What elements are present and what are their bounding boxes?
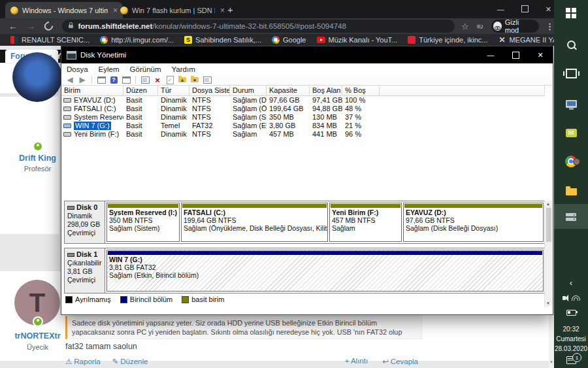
delete-icon[interactable]: × <box>153 76 162 84</box>
taskbar-app-mail[interactable]: ✉ <box>554 124 588 141</box>
back-icon[interactable]: ◀ <box>65 76 74 84</box>
task-view-icon <box>566 69 577 78</box>
post-actions: ⚠Raporla ✎Düzenle + Alıntı ↩Cevapla <box>65 357 418 366</box>
table-row-volume[interactable]: FATSALI (C:) <box>61 105 123 113</box>
avatar-letter: T <box>29 288 45 318</box>
window-titlebar[interactable]: Disk Yönetimi — ✕ <box>61 46 553 63</box>
cell-pct-free: 21 % <box>342 122 380 130</box>
partition-fatsali-c[interactable]: FATSALI (C:) 199,64 GB NTFS Sağlam (Önyü… <box>181 203 328 242</box>
address-bar[interactable]: forum.shiftdelete.net/konular/windows-7-… <box>62 20 454 33</box>
table-row-volume[interactable]: EYAVUZ (D:) <box>61 96 123 105</box>
help-icon[interactable]: ? <box>109 76 118 84</box>
action-icon[interactable] <box>140 76 150 84</box>
cell-status: Sağlam (D... <box>230 96 267 105</box>
disk-kind: Çıkarılabilir <box>67 259 102 267</box>
menu-gorunum[interactable]: Görünüm <box>125 65 167 73</box>
disk-0-info[interactable]: Disk 0 Dinamik 298,09 GB Çevrimiçi <box>65 201 105 243</box>
scroll-down-icon[interactable]: ▼ <box>546 301 550 305</box>
column-header[interactable]: Dosya Sistemi <box>189 86 230 96</box>
forward-button[interactable]: → <box>26 21 35 31</box>
partition-eyavuz-d[interactable]: EYAVUZ (D:) 97,66 GB NTFS Sağlam (Disk B… <box>403 203 544 242</box>
bookmark-item[interactable]: http://i.imgur.com/... <box>100 36 174 44</box>
tray-battery[interactable] <box>554 307 588 318</box>
username-link[interactable]: trNORTEXtr <box>0 331 75 341</box>
menu-yardim[interactable]: Yardım <box>167 65 201 73</box>
search-icon <box>567 41 576 49</box>
scroll-thumb[interactable] <box>546 208 551 242</box>
notification-center-button[interactable] <box>554 355 588 365</box>
table-row-volume-selected[interactable]: WIN 7 (G:) <box>61 122 123 130</box>
reply-link[interactable]: ↩Cevapla <box>382 357 418 366</box>
forward-icon[interactable]: ▶ <box>78 76 87 84</box>
reload-button[interactable] <box>42 20 55 32</box>
screen: Windows - Windows 7 ultimate 3 × Win 7 f… <box>0 0 588 368</box>
edit-link[interactable]: ✎Düzenle <box>112 357 148 366</box>
column-header[interactable]: Durum <box>230 86 267 96</box>
column-header[interactable]: % Boş <box>342 86 380 96</box>
scroll-down-icon[interactable]: ▼ <box>549 360 553 364</box>
monitor-icon <box>566 100 577 108</box>
browser-tab-2[interactable]: Win 7 flash kurlum | SDN Forum × <box>115 2 230 18</box>
menu-eylem[interactable]: Eylem <box>93 65 125 73</box>
cell-pct-free: 96 % <box>342 130 380 139</box>
partition-system-reserved[interactable]: System Reserved (I:) 350 MB NTFS Sağlam … <box>106 203 180 242</box>
partition-win7-g-selected[interactable]: WIN 7 (G:) 3,81 GB FAT32 Sağlam (Etkin, … <box>106 250 544 292</box>
reading-list-icon[interactable]: ≡♪ <box>477 22 483 30</box>
table-row-volume[interactable]: Yeni Birim (F:) <box>61 130 123 139</box>
minimize-button[interactable]: — <box>478 46 503 63</box>
bookmark-item[interactable]: SSahibinden Satılık,... <box>184 36 261 44</box>
console-window-icon[interactable] <box>122 76 131 84</box>
menu-dosya[interactable]: Dosya <box>61 65 93 73</box>
taskbar-app-disk-management[interactable] <box>554 209 588 225</box>
console-window-icon[interactable] <box>97 76 106 84</box>
folder-search-icon[interactable]: ● <box>190 76 199 84</box>
post-body-text: fat32 tamam saolun <box>65 342 137 351</box>
table-row-volume[interactable]: System Reserved (I:) <box>61 113 123 122</box>
start-button[interactable] <box>554 5 588 21</box>
folder-up-icon[interactable]: ▲ <box>178 76 187 84</box>
properties-icon[interactable] <box>203 76 212 84</box>
clock-day[interactable]: Cumartesi <box>554 334 588 344</box>
new-tab-button[interactable]: + <box>227 4 233 16</box>
tray-volume-wifi[interactable] <box>554 293 588 303</box>
column-header[interactable]: Kapasite <box>267 86 310 96</box>
disk-pane-scrollbar[interactable]: ▲ ▼ <box>544 201 552 307</box>
check-document-icon[interactable]: ✓ <box>165 76 174 84</box>
scroll-up-icon[interactable]: ▲ <box>546 202 550 206</box>
avatar[interactable] <box>12 52 62 102</box>
task-view-button[interactable] <box>554 65 588 81</box>
minimize-button[interactable]: — <box>497 5 504 13</box>
cell-status: Sağlam <box>230 130 267 139</box>
clock-date[interactable]: 28.03.2020 <box>554 344 588 354</box>
partition-yeni-birim-f[interactable]: Yeni Birim (F:) 457 MB NTFS Sağlam <box>329 203 402 242</box>
column-header[interactable]: Düzen <box>123 86 158 96</box>
search-button[interactable] <box>554 37 588 52</box>
browser-menu-icon[interactable]: ⋮ <box>546 22 554 31</box>
taskbar-app-chrome[interactable] <box>554 153 588 170</box>
bookmark-item[interactable]: RENAULT SCENIC... <box>10 36 90 44</box>
close-button[interactable]: ✕ <box>528 46 553 63</box>
clock-time[interactable]: 20:32 <box>554 324 588 334</box>
maximize-button[interactable] <box>503 46 528 63</box>
tab-title: Win 7 flash kurlum | SDN Forum <box>132 7 215 14</box>
bookmark-star-icon[interactable]: ☆ <box>461 22 469 31</box>
report-link[interactable]: ⚠Raporla <box>65 357 101 366</box>
back-button[interactable]: ← <box>8 21 18 31</box>
bookmark-item[interactable]: Google <box>272 36 306 44</box>
taskbar-app-pc[interactable] <box>554 95 588 112</box>
quote-link[interactable]: + Alıntı <box>345 357 368 366</box>
bookmark-item[interactable]: Müzik Kanalı - YouT... <box>317 36 398 44</box>
close-button[interactable]: ✕ <box>546 5 551 14</box>
chevron-left-icon: ‹ <box>570 278 572 288</box>
show-hidden-icons[interactable]: ‹ <box>554 277 588 288</box>
tab-close-icon[interactable]: × <box>220 6 225 15</box>
disk-1-info[interactable]: Disk 1 Çıkarılabilir 3,81 GB Çevrimiçi <box>65 248 105 293</box>
column-header[interactable]: Birim <box>61 86 123 96</box>
column-header[interactable]: Boş Alan <box>310 86 342 96</box>
maximize-button[interactable] <box>521 5 529 14</box>
bookmark-item[interactable]: Türkiye içinde, ikinc... <box>408 36 487 44</box>
column-header[interactable]: Tür <box>158 86 189 96</box>
cell-free: 97,41 GB <box>310 96 342 105</box>
taskbar-app-explorer[interactable] <box>554 183 588 200</box>
browser-tab-1[interactable]: Windows - Windows 7 ultimate 3 × <box>5 2 123 18</box>
